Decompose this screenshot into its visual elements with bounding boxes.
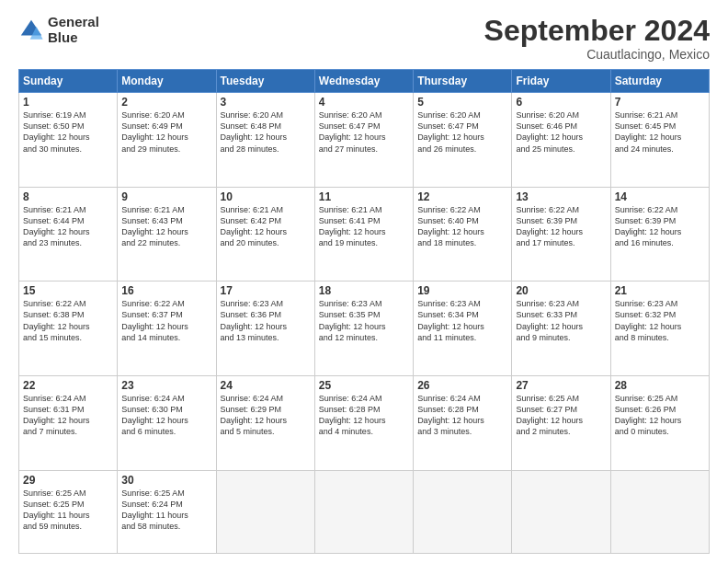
table-row: 7Sunrise: 6:21 AM Sunset: 6:45 PM Daylig…: [610, 93, 709, 188]
day-info: Sunrise: 6:20 AM Sunset: 6:47 PM Dayligh…: [319, 109, 409, 155]
col-tuesday: Tuesday: [216, 70, 314, 93]
day-info: Sunrise: 6:21 AM Sunset: 6:41 PM Dayligh…: [319, 204, 409, 249]
day-info: Sunrise: 6:22 AM Sunset: 6:40 PM Dayligh…: [417, 204, 507, 249]
day-number: 25: [319, 379, 409, 392]
day-info: Sunrise: 6:23 AM Sunset: 6:32 PM Dayligh…: [615, 298, 705, 343]
table-row: 24Sunrise: 6:24 AM Sunset: 6:29 PM Dayli…: [216, 375, 314, 470]
table-row: 10Sunrise: 6:21 AM Sunset: 6:42 PM Dayli…: [216, 187, 314, 282]
day-number: 29: [23, 474, 113, 487]
table-row: [314, 470, 413, 554]
table-row: 4Sunrise: 6:20 AM Sunset: 6:47 PM Daylig…: [314, 93, 413, 188]
table-row: 16Sunrise: 6:22 AM Sunset: 6:37 PM Dayli…: [118, 282, 216, 376]
day-info: Sunrise: 6:24 AM Sunset: 6:30 PM Dayligh…: [121, 393, 211, 438]
day-info: Sunrise: 6:23 AM Sunset: 6:35 PM Dayligh…: [319, 298, 409, 343]
day-info: Sunrise: 6:20 AM Sunset: 6:48 PM Dayligh…: [221, 109, 311, 155]
table-row: 5Sunrise: 6:20 AM Sunset: 6:47 PM Daylig…: [414, 93, 512, 188]
table-row: [610, 470, 709, 554]
day-number: 19: [417, 284, 507, 297]
day-info: Sunrise: 6:21 AM Sunset: 6:44 PM Dayligh…: [23, 204, 113, 249]
day-number: 23: [121, 379, 211, 392]
day-number: 3: [221, 96, 311, 109]
table-row: 22Sunrise: 6:24 AM Sunset: 6:31 PM Dayli…: [19, 375, 118, 470]
table-row: 6Sunrise: 6:20 AM Sunset: 6:46 PM Daylig…: [512, 93, 610, 188]
day-info: Sunrise: 6:21 AM Sunset: 6:42 PM Dayligh…: [221, 204, 311, 249]
day-number: 28: [615, 379, 705, 392]
day-number: 24: [221, 379, 311, 392]
table-row: 14Sunrise: 6:22 AM Sunset: 6:39 PM Dayli…: [610, 187, 709, 282]
table-row: 29Sunrise: 6:25 AM Sunset: 6:25 PM Dayli…: [19, 470, 118, 554]
table-row: [414, 470, 512, 554]
table-row: 2Sunrise: 6:20 AM Sunset: 6:49 PM Daylig…: [118, 93, 216, 188]
logo: General Blue: [18, 15, 99, 45]
day-number: 8: [23, 190, 113, 203]
day-info: Sunrise: 6:21 AM Sunset: 6:43 PM Dayligh…: [121, 204, 211, 249]
table-row: 27Sunrise: 6:25 AM Sunset: 6:27 PM Dayli…: [512, 375, 610, 470]
day-number: 21: [615, 284, 705, 297]
day-info: Sunrise: 6:23 AM Sunset: 6:33 PM Dayligh…: [516, 298, 606, 343]
day-number: 9: [121, 190, 211, 203]
col-thursday: Thursday: [414, 70, 512, 93]
day-number: 5: [417, 96, 507, 109]
day-number: 22: [23, 379, 113, 392]
month-title: September 2024: [484, 15, 710, 47]
table-row: 11Sunrise: 6:21 AM Sunset: 6:41 PM Dayli…: [314, 187, 413, 282]
table-row: 17Sunrise: 6:23 AM Sunset: 6:36 PM Dayli…: [216, 282, 314, 376]
table-row: 20Sunrise: 6:23 AM Sunset: 6:33 PM Dayli…: [512, 282, 610, 376]
table-row: 26Sunrise: 6:24 AM Sunset: 6:28 PM Dayli…: [414, 375, 512, 470]
day-number: 10: [221, 190, 311, 203]
title-block: September 2024 Cuautlacingo, Mexico: [484, 15, 710, 62]
table-row: [216, 470, 314, 554]
day-info: Sunrise: 6:25 AM Sunset: 6:26 PM Dayligh…: [615, 393, 705, 438]
day-number: 17: [221, 284, 311, 297]
table-row: 25Sunrise: 6:24 AM Sunset: 6:28 PM Dayli…: [314, 375, 413, 470]
day-info: Sunrise: 6:22 AM Sunset: 6:38 PM Dayligh…: [23, 298, 113, 343]
day-info: Sunrise: 6:20 AM Sunset: 6:47 PM Dayligh…: [417, 109, 507, 155]
header-row: Sunday Monday Tuesday Wednesday Thursday…: [19, 70, 710, 93]
day-info: Sunrise: 6:21 AM Sunset: 6:45 PM Dayligh…: [615, 109, 705, 155]
col-saturday: Saturday: [610, 70, 709, 93]
day-info: Sunrise: 6:20 AM Sunset: 6:49 PM Dayligh…: [121, 109, 211, 155]
day-info: Sunrise: 6:24 AM Sunset: 6:31 PM Dayligh…: [23, 393, 113, 438]
table-row: 30Sunrise: 6:25 AM Sunset: 6:24 PM Dayli…: [118, 470, 216, 554]
day-number: 7: [615, 96, 705, 109]
table-row: 19Sunrise: 6:23 AM Sunset: 6:34 PM Dayli…: [414, 282, 512, 376]
day-number: 12: [417, 190, 507, 203]
page: General Blue September 2024 Cuautlacingo…: [0, 0, 728, 563]
table-row: 15Sunrise: 6:22 AM Sunset: 6:38 PM Dayli…: [19, 282, 118, 376]
col-wednesday: Wednesday: [314, 70, 413, 93]
table-row: 8Sunrise: 6:21 AM Sunset: 6:44 PM Daylig…: [19, 187, 118, 282]
day-info: Sunrise: 6:22 AM Sunset: 6:39 PM Dayligh…: [615, 204, 705, 249]
table-row: 1Sunrise: 6:19 AM Sunset: 6:50 PM Daylig…: [19, 93, 118, 188]
day-info: Sunrise: 6:25 AM Sunset: 6:27 PM Dayligh…: [516, 393, 606, 438]
day-number: 2: [121, 96, 211, 109]
day-number: 18: [319, 284, 409, 297]
day-number: 27: [516, 379, 606, 392]
day-number: 13: [516, 190, 606, 203]
col-friday: Friday: [512, 70, 610, 93]
table-row: 21Sunrise: 6:23 AM Sunset: 6:32 PM Dayli…: [610, 282, 709, 376]
day-number: 14: [615, 190, 705, 203]
day-info: Sunrise: 6:25 AM Sunset: 6:24 PM Dayligh…: [121, 488, 211, 533]
day-number: 26: [417, 379, 507, 392]
day-number: 6: [516, 96, 606, 109]
table-row: 12Sunrise: 6:22 AM Sunset: 6:40 PM Dayli…: [414, 187, 512, 282]
table-row: 13Sunrise: 6:22 AM Sunset: 6:39 PM Dayli…: [512, 187, 610, 282]
day-number: 15: [23, 284, 113, 297]
calendar-table: Sunday Monday Tuesday Wednesday Thursday…: [18, 69, 710, 554]
day-info: Sunrise: 6:25 AM Sunset: 6:25 PM Dayligh…: [23, 488, 113, 533]
day-info: Sunrise: 6:22 AM Sunset: 6:37 PM Dayligh…: [121, 298, 211, 343]
day-number: 11: [319, 190, 409, 203]
day-number: 16: [121, 284, 211, 297]
day-info: Sunrise: 6:20 AM Sunset: 6:46 PM Dayligh…: [516, 109, 606, 155]
col-sunday: Sunday: [19, 70, 118, 93]
day-info: Sunrise: 6:24 AM Sunset: 6:28 PM Dayligh…: [319, 393, 409, 438]
table-row: 28Sunrise: 6:25 AM Sunset: 6:26 PM Dayli…: [610, 375, 709, 470]
table-row: 3Sunrise: 6:20 AM Sunset: 6:48 PM Daylig…: [216, 93, 314, 188]
logo-text: General Blue: [48, 15, 99, 45]
day-info: Sunrise: 6:23 AM Sunset: 6:36 PM Dayligh…: [221, 298, 311, 343]
day-info: Sunrise: 6:19 AM Sunset: 6:50 PM Dayligh…: [23, 109, 113, 155]
day-info: Sunrise: 6:23 AM Sunset: 6:34 PM Dayligh…: [417, 298, 507, 343]
table-row: 23Sunrise: 6:24 AM Sunset: 6:30 PM Dayli…: [118, 375, 216, 470]
day-number: 30: [121, 474, 211, 487]
col-monday: Monday: [118, 70, 216, 93]
